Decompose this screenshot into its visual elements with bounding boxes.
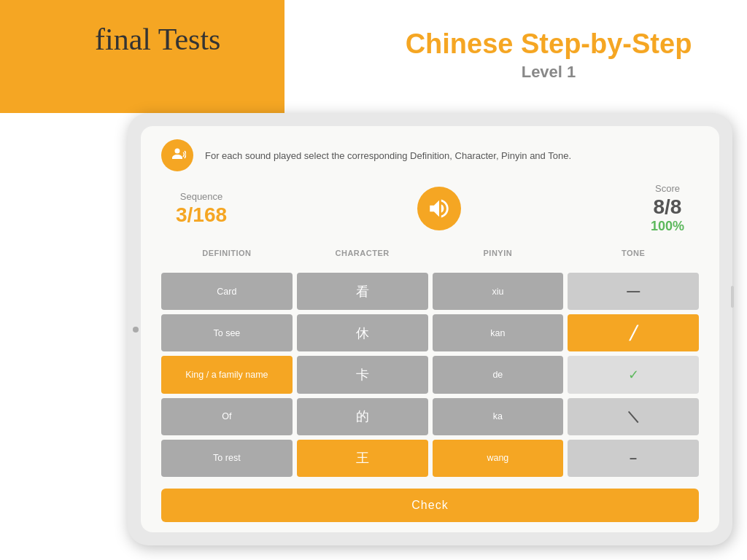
pinyin-btn-2[interactable]: kan xyxy=(433,314,564,351)
definition-btn-5[interactable]: To rest xyxy=(161,440,293,477)
definition-btn-1[interactable]: Card xyxy=(161,273,293,310)
sequence-area: Sequence 3/168 xyxy=(176,191,227,227)
definition-btn-3[interactable]: King / a family name xyxy=(161,356,293,393)
sequence-value: 3/168 xyxy=(176,203,227,227)
score-percent: 100% xyxy=(651,219,684,234)
tone-btn-2[interactable]: ╱ xyxy=(568,314,699,351)
pinyin-btn-4[interactable]: ka xyxy=(433,398,564,435)
definition-btn-4[interactable]: Of xyxy=(161,398,293,435)
col-header-tone: TONE xyxy=(568,249,699,268)
sequence-label: Sequence xyxy=(176,191,227,202)
pinyin-btn-3[interactable]: de xyxy=(433,356,564,393)
character-btn-5[interactable]: 王 xyxy=(297,440,428,477)
app-title-area: Chinese Step-by-Step Level 1 xyxy=(365,29,732,82)
play-audio-button[interactable] xyxy=(417,187,461,230)
speaker-icon-button[interactable] xyxy=(161,139,193,171)
score-value: 8/8 xyxy=(651,195,684,219)
person-sound-icon xyxy=(169,147,186,164)
quiz-table: DEFINITION CHARACTER PINYIN TONE Card 看 … xyxy=(161,249,699,477)
svg-point-0 xyxy=(175,149,180,154)
instruction-bar: For each sound played select the corresp… xyxy=(161,139,699,171)
pinyin-btn-5[interactable]: wang xyxy=(433,440,564,477)
pinyin-btn-1[interactable]: xiu xyxy=(433,273,564,310)
tablet-screen: For each sound played select the corresp… xyxy=(141,126,719,532)
tone-btn-5[interactable]: – xyxy=(568,440,699,477)
tablet-side-button[interactable] xyxy=(731,286,734,308)
col-header-pinyin: PINYIN xyxy=(433,249,564,268)
instruction-text: For each sound played select the corresp… xyxy=(205,150,571,161)
tone-btn-3[interactable]: ✓ xyxy=(568,356,699,393)
col-header-character: CHARACTER xyxy=(297,249,428,268)
character-btn-2[interactable]: 休 xyxy=(297,314,428,351)
stats-row: Sequence 3/168 Score 8/8 100% xyxy=(161,183,699,234)
app-level: Level 1 xyxy=(365,63,732,82)
character-btn-4[interactable]: 的 xyxy=(297,398,428,435)
content-area: For each sound played select the corresp… xyxy=(141,126,719,532)
volume-icon xyxy=(427,196,452,221)
score-area: Score 8/8 100% xyxy=(651,183,684,234)
tone-btn-1[interactable]: — xyxy=(568,273,699,310)
final-tests-title: final Tests xyxy=(95,22,220,57)
character-btn-1[interactable]: 看 xyxy=(297,273,428,310)
app-title: Chinese Step-by-Step xyxy=(365,29,732,60)
check-button[interactable]: Check xyxy=(161,489,699,522)
definition-btn-2[interactable]: To see xyxy=(161,314,293,351)
tablet: For each sound played select the corresp… xyxy=(128,113,732,545)
score-label: Score xyxy=(651,183,684,194)
tone-btn-4[interactable]: ＼ xyxy=(568,398,699,435)
character-btn-3[interactable]: 卡 xyxy=(297,356,428,393)
tablet-home-button[interactable] xyxy=(133,327,139,332)
col-header-definition: DEFINITION xyxy=(161,249,293,268)
